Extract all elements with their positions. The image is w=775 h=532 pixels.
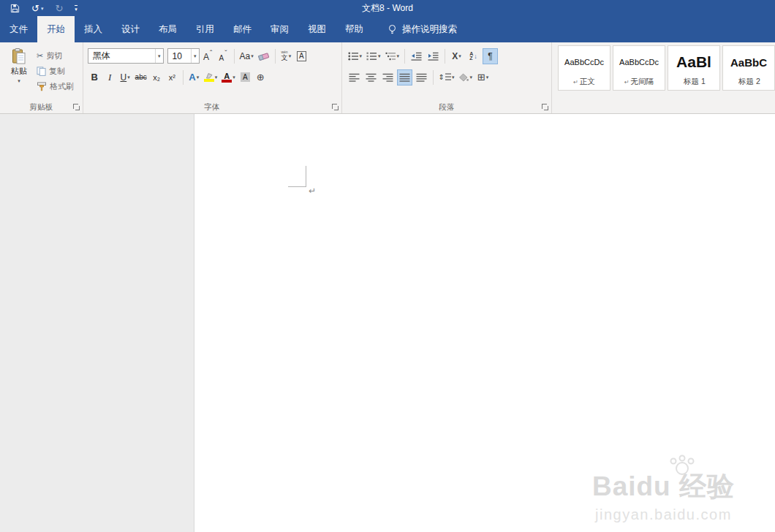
strikethrough-icon: abc (135, 73, 147, 81)
paragraph-dialog-launcher[interactable] (542, 104, 549, 111)
highlight-button[interactable]: ▾ (203, 69, 219, 86)
copy-button[interactable]: 复制 (37, 66, 74, 77)
margin-crop-mark (288, 166, 306, 187)
multilevel-list-button[interactable]: ▾ (384, 48, 401, 64)
decrease-indent-button[interactable] (409, 48, 424, 64)
change-case-icon: Aa (240, 51, 251, 61)
tab-home[interactable]: 开始 (37, 16, 75, 42)
style-no-spacing[interactable]: AaBbCcDc ↵无间隔 (613, 45, 665, 91)
tab-layout[interactable]: 布局 (149, 16, 186, 42)
change-case-button[interactable]: Aa▾ (238, 48, 255, 64)
clear-formatting-button[interactable] (257, 48, 271, 64)
shrink-font-button[interactable]: Aˇ (216, 48, 230, 64)
tell-me-label: 操作说明搜索 (402, 23, 457, 36)
align-left-button[interactable] (347, 69, 362, 86)
scissors-icon: ✂ (37, 51, 43, 61)
qat-customize-button[interactable]: ▾ (75, 5, 78, 12)
redo-button[interactable]: ↻ (55, 4, 63, 13)
shading-button[interactable]: ▾ (457, 69, 474, 86)
style-heading-2[interactable]: AaBbC 标题 2 (722, 45, 775, 91)
style-name: 无间隔 (631, 77, 654, 87)
style-normal[interactable]: AaBbCcDc ↵正文 (558, 45, 610, 91)
tell-me-search[interactable]: 操作说明搜索 (379, 16, 466, 42)
style-preview: AaBbCcDc (615, 48, 663, 77)
font-color-icon: A (222, 72, 232, 83)
underline-button[interactable]: U▾ (118, 69, 132, 86)
character-border-button[interactable]: A (295, 48, 309, 64)
font-color-button[interactable]: A ▾ (220, 69, 237, 86)
italic-button[interactable]: I (103, 69, 117, 86)
multilevel-list-icon (385, 52, 396, 61)
distribute-button[interactable] (414, 69, 429, 86)
align-right-button[interactable] (380, 69, 396, 86)
undo-caret-icon: ▾ (41, 6, 44, 11)
tab-view[interactable]: 视图 (298, 16, 336, 42)
cut-button[interactable]: ✂ 剪切 (37, 50, 74, 61)
tab-references[interactable]: 引用 (186, 16, 224, 42)
font-size-combo[interactable]: 10 ▾ (167, 48, 200, 64)
align-left-icon (349, 73, 360, 82)
align-right-icon (382, 73, 393, 82)
tab-file[interactable]: 文件 (0, 16, 37, 42)
format-painter-label: 格式刷 (50, 81, 74, 92)
redo-icon: ↻ (55, 4, 63, 13)
clipboard-group: 粘贴 ▾ ✂ 剪切 复制 格式刷 剪贴板 (0, 42, 83, 113)
tab-help[interactable]: 帮助 (336, 16, 373, 42)
shrink-mark-icon: ˇ (224, 50, 227, 58)
enclose-character-button[interactable]: ⊕ (254, 69, 268, 86)
save-button[interactable] (10, 4, 20, 13)
tab-insert[interactable]: 插入 (75, 16, 112, 42)
style-heading-1[interactable]: AaBl 标题 1 (668, 45, 720, 91)
strikethrough-button[interactable]: abc (134, 69, 148, 86)
style-preview: AaBl (670, 48, 718, 77)
document-page[interactable]: ↵ (194, 114, 775, 532)
tab-mailings[interactable]: 邮件 (224, 16, 261, 42)
line-spacing-button[interactable]: ⇕ ▾ (437, 69, 456, 86)
paste-caret-icon: ▾ (18, 78, 20, 83)
borders-button[interactable]: ⊞▾ (475, 69, 491, 86)
grow-font-button[interactable]: Aˆ (201, 48, 215, 64)
superscript-button[interactable]: x² (165, 69, 179, 86)
show-marks-button[interactable]: ¶ (483, 48, 498, 64)
bullets-icon (348, 52, 359, 61)
font-name-combo[interactable]: 黑体 ▾ (88, 48, 164, 64)
decrease-indent-icon (411, 52, 422, 61)
character-border-icon: A (297, 51, 306, 61)
text-effects-button[interactable]: A▾ (187, 69, 201, 86)
subscript-button[interactable]: x₂ (150, 69, 164, 86)
character-shading-button[interactable]: A (238, 69, 252, 86)
font-size-value: 10 (173, 51, 182, 61)
highlight-icon (204, 72, 214, 82)
clipboard-dialog-launcher[interactable] (73, 104, 80, 111)
undo-button[interactable]: ↺ ▾ (31, 4, 43, 13)
undo-icon: ↺ (31, 4, 39, 13)
font-dialog-launcher[interactable] (332, 104, 339, 111)
ribbon-tab-row: 文件 开始 插入 设计 布局 引用 邮件 审阅 视图 帮助 操作说明搜索 (0, 16, 775, 42)
asian-layout-button[interactable]: X▾ (449, 48, 464, 64)
copy-label: 复制 (49, 66, 65, 77)
phonetic-guide-button[interactable]: wén文 ▾ (279, 48, 293, 64)
borders-icon: ⊞ (477, 72, 485, 83)
tab-review[interactable]: 审阅 (261, 16, 298, 42)
increase-indent-button[interactable] (426, 48, 441, 64)
justify-button[interactable] (397, 69, 412, 86)
sort-button[interactable]: AZ ↓ (466, 48, 481, 64)
format-painter-button[interactable]: 格式刷 (37, 81, 74, 92)
paragraph-group: ▾ ▾ ▾ X▾ A (342, 42, 552, 113)
align-center-button[interactable] (363, 69, 379, 86)
paragraph-mark: ↵ (309, 186, 316, 196)
paste-button[interactable]: 粘贴 ▾ (4, 45, 34, 102)
title-bar: ↺ ▾ ↻ ▾ 文档8 - Word (0, 0, 775, 16)
line-spacing-icon: ⇕ (439, 73, 445, 81)
bullets-button[interactable]: ▾ (347, 48, 364, 64)
sort-icon: AZ (469, 52, 473, 61)
save-icon (10, 4, 20, 13)
style-preview: AaBbC (725, 48, 773, 77)
bold-button[interactable]: B (88, 69, 102, 86)
lightbulb-icon (388, 24, 397, 35)
align-center-icon (366, 73, 377, 82)
distribute-icon (416, 73, 427, 82)
tab-design[interactable]: 设计 (112, 16, 149, 42)
numbering-button[interactable]: ▾ (365, 48, 382, 64)
font-name-value: 黑体 (93, 50, 110, 62)
